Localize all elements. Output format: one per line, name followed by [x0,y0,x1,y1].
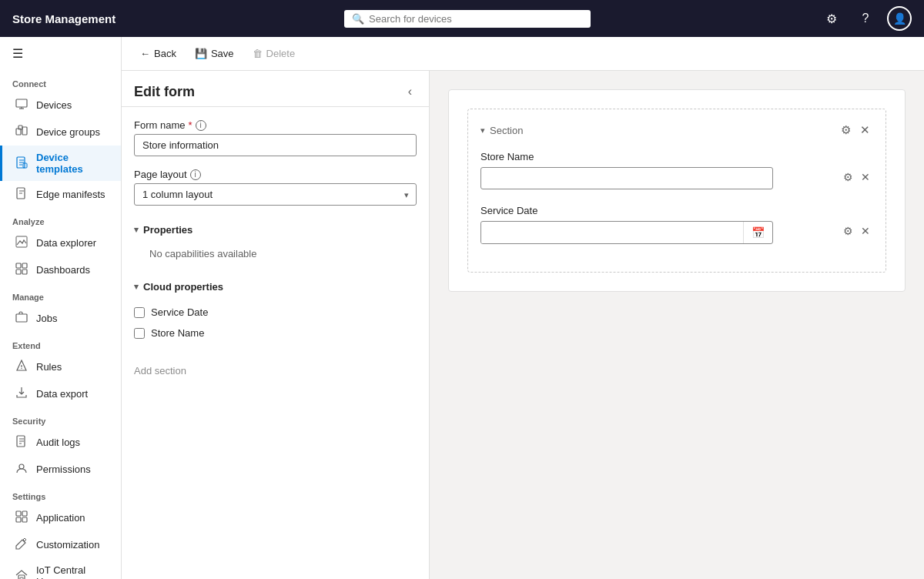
section-label-text: Section [490,125,523,136]
store-name-label[interactable]: Store Name [151,327,204,339]
hamburger-menu[interactable]: ☰ [0,37,121,70]
page-layout-label: Page layout i [134,169,417,180]
calendar-icon-button[interactable]: 📅 [743,222,772,243]
svg-rect-12 [16,314,27,322]
data-explorer-icon [15,236,28,250]
svg-rect-9 [22,263,27,268]
svg-point-13 [21,368,22,369]
section-close-button[interactable]: ✕ [857,122,873,139]
sidebar-label-data-export: Data export [36,388,88,400]
cloud-properties-header[interactable]: ▾ Cloud properties [134,275,417,299]
svg-point-15 [19,464,24,469]
store-name-field-input[interactable] [480,167,773,189]
save-button[interactable]: 💾 Save [189,45,240,62]
sidebar-item-device-templates[interactable]: Device templates [0,146,121,181]
cloud-properties-label: Cloud properties [143,281,223,293]
store-name-remove-button[interactable]: ✕ [858,169,873,185]
svg-rect-19 [22,517,27,522]
preview-card: ▾ Section ⚙ ✕ Store Name [448,89,906,292]
toolbar: ← Back 💾 Save 🗑 Delete [122,37,924,71]
service-date-field-input-wrapper: 📅 [480,221,773,244]
page-layout-info-icon[interactable]: i [190,169,201,180]
add-section-button[interactable]: Add section [134,359,186,383]
search-input[interactable] [369,13,583,25]
service-date-field-label: Service Date [480,205,831,216]
sidebar-item-rules[interactable]: Rules [0,353,121,380]
sidebar-item-application[interactable]: Application [0,504,121,531]
delete-button[interactable]: 🗑 Delete [246,45,302,62]
service-date-settings-button[interactable]: ⚙ [840,223,856,239]
sidebar-item-devices[interactable]: Devices [0,92,121,119]
sidebar-item-permissions[interactable]: Permissions [0,456,121,483]
save-icon: 💾 [195,48,207,59]
topbar-actions: ⚙ ? 👤 [819,6,912,31]
main-layout: ☰ Connect Devices Device groups Device t… [0,37,924,579]
cloud-properties-section: ▾ Cloud properties Service Date Store Na… [134,275,417,346]
sidebar-item-audit-logs[interactable]: Audit logs [0,429,121,456]
section-label: ▾ Section [480,125,523,136]
sidebar-item-edge-manifests[interactable]: Edge manifests [0,181,121,208]
properties-section: ▾ Properties No capabilities available [134,218,417,269]
back-icon: ← [140,48,150,59]
page-layout-group: Page layout i 1 column layout 2 column l… [134,169,417,206]
svg-rect-2 [22,127,27,135]
svg-rect-16 [16,511,21,516]
devices-icon [15,98,28,112]
svg-rect-0 [16,99,27,107]
sidebar-label-iot-central-home: IoT Central Home [36,564,109,579]
edit-form-body: Form name * i Page layout i [122,107,429,579]
section-actions: ⚙ ✕ [838,122,873,139]
sidebar-item-device-groups[interactable]: Device groups [0,119,121,146]
sidebar-label-jobs: Jobs [36,313,57,324]
properties-header[interactable]: ▾ Properties [134,218,417,242]
form-name-info-icon[interactable]: i [196,120,206,131]
sidebar-label-application: Application [36,512,85,524]
checkbox-store-name: Store Name [134,323,417,343]
sidebar-label-rules: Rules [36,361,62,373]
back-label: Back [154,48,176,59]
data-export-icon [15,387,28,401]
search-icon: 🔍 [352,13,364,25]
edit-form-title: Edit form [134,84,195,100]
svg-rect-10 [16,269,21,274]
service-date-remove-button[interactable]: ✕ [858,223,873,239]
properties-label: Properties [143,224,192,236]
search-area: 🔍 [116,10,819,28]
form-name-label-text: Form name [134,119,185,131]
service-date-field-input[interactable] [481,223,743,243]
sidebar-item-data-explorer[interactable]: Data explorer [0,229,121,256]
store-name-checkbox[interactable] [134,328,145,339]
customization-icon [15,537,28,552]
rules-icon [15,360,28,374]
sidebar-section-extend: Extend [0,332,121,353]
sidebar-item-iot-central-home[interactable]: IoT Central Home [0,558,121,579]
section-settings-button[interactable]: ⚙ [838,122,854,139]
audit-logs-icon [15,435,28,450]
sidebar-item-customization[interactable]: Customization [0,531,121,558]
sidebar-item-data-export[interactable]: Data export [0,380,121,407]
page-layout-select[interactable]: 1 column layout 2 column layout [134,183,417,206]
application-icon [15,510,28,525]
sidebar-label-permissions: Permissions [36,464,91,475]
store-name-settings-button[interactable]: ⚙ [840,169,856,185]
device-templates-icon [15,156,28,171]
avatar[interactable]: 👤 [887,6,912,31]
sidebar-section-security: Security [0,407,121,429]
service-date-field-content: Service Date 📅 [480,205,831,244]
sidebar-label-device-templates: Device templates [36,152,109,175]
sidebar: ☰ Connect Devices Device groups Device t… [0,37,122,579]
service-date-label[interactable]: Service Date [151,306,208,318]
sidebar-label-edge-manifests: Edge manifests [36,189,105,200]
delete-icon: 🗑 [253,48,263,59]
service-date-checkbox[interactable] [134,307,145,318]
edit-form-panel: Edit form ‹ Form name * i [122,71,430,579]
form-name-input[interactable] [134,134,417,156]
sidebar-item-dashboards[interactable]: Dashboards [0,256,121,283]
sidebar-item-jobs[interactable]: Jobs [0,305,121,332]
back-button[interactable]: ← Back [134,45,182,62]
settings-icon-button[interactable]: ⚙ [819,6,844,31]
help-icon-button[interactable]: ? [853,6,878,31]
properties-toggle-icon: ▾ [134,225,139,235]
close-panel-button[interactable]: ‹ [403,83,417,100]
store-name-field-row: Store Name ⚙ ✕ [480,151,873,189]
